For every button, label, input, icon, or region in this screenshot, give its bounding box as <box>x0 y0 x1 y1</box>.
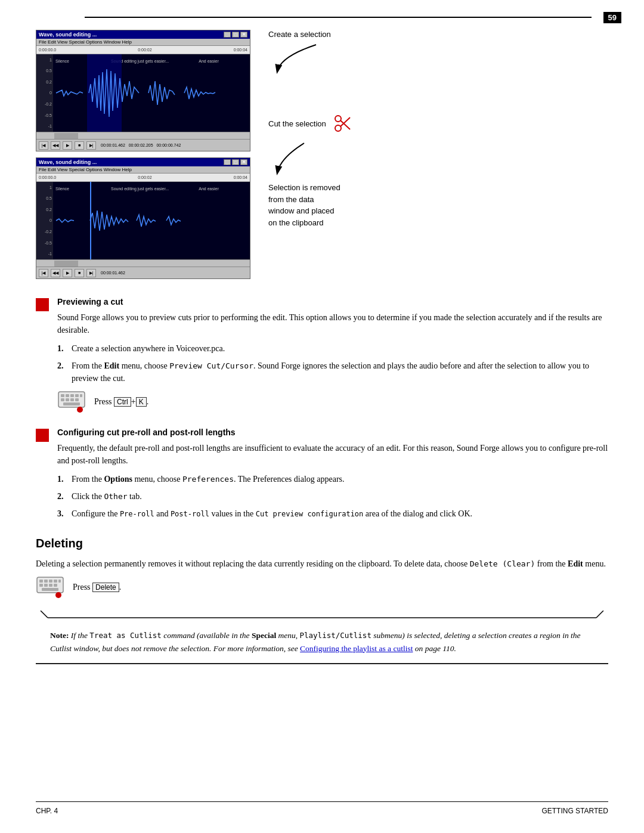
svg-rect-12 <box>70 398 74 401</box>
note-label: Note: <box>50 631 69 640</box>
svg-rect-23 <box>44 584 48 587</box>
selection-removed-label: Selection is removedfrom the datawindow … <box>268 182 394 228</box>
arrow-create-selection <box>268 39 340 75</box>
svg-point-15 <box>77 407 83 413</box>
note-text: Note: If the Treat as Cutlist command (a… <box>50 629 594 655</box>
step-text-2-3: Configure the Pre-roll and Post-roll val… <box>72 507 472 520</box>
section1-steps: 1. Create a selection anywhere in Voiceo… <box>57 342 608 385</box>
svg-point-1 <box>335 125 341 131</box>
note-body-3: menu, <box>276 631 298 640</box>
svg-rect-8 <box>75 394 79 397</box>
section-heading-2: Configuring cut pre-roll and post-roll l… <box>57 428 608 437</box>
time-display-2: 00:00:01.462 <box>101 271 125 275</box>
bold-edit-delete: Edit <box>568 559 583 568</box>
wave-btn-min-2: _ <box>224 159 231 165</box>
page-footer: CHP. 4 GETTING STARTED <box>36 801 608 815</box>
step-num-2-2: 2. <box>57 490 68 503</box>
svg-rect-17 <box>39 580 43 583</box>
bold-edit: Edit <box>104 361 119 370</box>
btn-play: ▶ <box>63 141 72 150</box>
btn-stop-2: ■ <box>75 269 84 277</box>
svg-rect-25 <box>54 584 57 587</box>
deleting-title: Deleting <box>36 537 608 550</box>
svg-rect-21 <box>58 580 61 583</box>
step-text-1-1: Create a selection anywhere in Voiceover… <box>72 342 225 355</box>
svg-rect-20 <box>54 580 57 583</box>
btn-end: ▶| <box>86 141 96 150</box>
wave-scrollbar-1 <box>36 132 250 139</box>
svg-rect-26 <box>42 588 58 591</box>
wave-ruler-2: 0:00:00.0 0:00:02 0:00:04 <box>36 174 250 182</box>
btn-prev: ◀◀ <box>51 141 60 150</box>
section-configuring-content: Configuring cut pre-roll and post-roll l… <box>57 428 608 525</box>
create-selection-label: Create a selection <box>268 30 394 39</box>
note-special-bold: Special <box>252 631 276 640</box>
kbd-k: K <box>136 397 147 407</box>
wave-svg-2 <box>53 182 250 259</box>
scissors-icon <box>332 113 354 134</box>
btn-prev-2: ◀◀ <box>51 269 60 277</box>
section-deleting: Deleting Deleting a selection permanentl… <box>36 537 608 599</box>
wave-ruler-1: 0:00:00.0 0:00:02 0:00:04 <box>36 46 250 54</box>
cursor-line-2 <box>90 182 91 259</box>
shortcut-text-1: Press Ctrl+K. <box>94 397 148 407</box>
keyboard-icon-2 <box>36 576 64 599</box>
footer-chapter: CHP. 4 <box>36 807 58 815</box>
wave-title-2: Wave, sound editing ... <box>39 159 97 165</box>
time-display-1: 00:00:01.462 00:00:02.205 00:00:00.742 <box>101 143 181 147</box>
note-top-decoration <box>36 611 608 620</box>
wave-window-1: Wave, sound editing ... _ □ ✕ File Edit … <box>36 30 250 151</box>
shortcut-row-delete: Press Delete. <box>36 576 608 599</box>
wave-menubar-1: File Edit View Special Options Window He… <box>36 39 250 46</box>
wave-controls-1: _ □ ✕ <box>224 32 247 38</box>
note-playlist: Playlist/Cutlist <box>300 631 371 640</box>
section-previewing-cut-content: Previewing a cut Sound Forge allows you … <box>57 297 608 419</box>
wave-title-1: Wave, sound editing ... <box>39 32 97 38</box>
section-heading-1: Previewing a cut <box>57 297 608 306</box>
step-text-2-2: Click the Other tab. <box>72 490 142 503</box>
note-container: Note: If the Treat as Cutlist command (a… <box>36 611 608 668</box>
wave-display-2: 1 0.5 0.2 0 -0.2 -0.5 -1 Silence Sound e… <box>36 182 250 259</box>
svg-rect-5 <box>61 394 64 397</box>
shortcut-row-1: Press Ctrl+K. <box>57 391 608 413</box>
note-bottom-svg <box>36 664 608 668</box>
annotation-cut-selection: Cut the selection <box>268 113 394 134</box>
note-body-1: If the <box>69 631 89 640</box>
btn-stop: ■ <box>75 141 84 150</box>
note-link[interactable]: Configuring the playlist as a cutlist <box>300 644 413 653</box>
step-num-2-3: 3. <box>57 507 68 520</box>
svg-rect-14 <box>63 402 80 405</box>
step-2-1: 1. From the Options menu, choose Prefere… <box>57 473 608 485</box>
wave-display-1: 1 0.5 0.2 0 -0.2 -0.5 -1 Silence Sound e… <box>36 54 250 132</box>
diagram-section: Wave, sound editing ... _ □ ✕ File Edit … <box>36 30 608 279</box>
scrollbar-thumb-2 <box>54 261 78 267</box>
wave-btn-close-2: ✕ <box>240 159 247 165</box>
wave-titlebar-1: Wave, sound editing ... _ □ ✕ <box>36 30 250 39</box>
annotation-create-selection: Create a selection <box>268 30 394 77</box>
scrollbar-thumb-1 <box>54 133 78 139</box>
section-body-2: Frequently, the default pre-roll and pos… <box>57 442 608 467</box>
svg-rect-6 <box>66 394 69 397</box>
step-num-2-1: 1. <box>57 473 68 485</box>
note-treat-as: Treat as Cutlist <box>89 631 161 640</box>
wave-labels-1: 1 0.5 0.2 0 -0.2 -0.5 -1 <box>36 54 53 132</box>
wave-controls-2: _ □ ✕ <box>224 159 247 165</box>
step-num-1-2: 2. <box>57 360 68 385</box>
deleting-body: Deleting a selection permanently removes… <box>36 558 608 570</box>
arrow-cut-selection <box>268 140 328 176</box>
bold-options: Options <box>104 475 132 484</box>
cut-selection-label: Cut the selection <box>268 119 326 128</box>
wave-btn-close-1: ✕ <box>240 32 247 38</box>
wave-btn-max-1: □ <box>232 32 239 38</box>
note-wrapper: Note: If the Treat as Cutlist command (a… <box>36 611 608 668</box>
svg-rect-19 <box>49 580 52 583</box>
section-previewing-cut: Previewing a cut Sound Forge allows you … <box>36 297 608 419</box>
svg-rect-9 <box>80 394 82 397</box>
btn-begin: |◀ <box>39 141 48 150</box>
section-body-1: Sound Forge allows you to preview cuts p… <box>57 311 608 336</box>
step-text-1-2: From the Edit menu, choose Preview Cut/C… <box>72 360 608 385</box>
step-2-2: 2. Click the Other tab. <box>57 490 608 503</box>
step-text-2-1: From the Options menu, choose Preference… <box>72 473 345 485</box>
btn-begin-2: |◀ <box>39 269 48 277</box>
wave-btn-min-1: _ <box>224 32 231 38</box>
